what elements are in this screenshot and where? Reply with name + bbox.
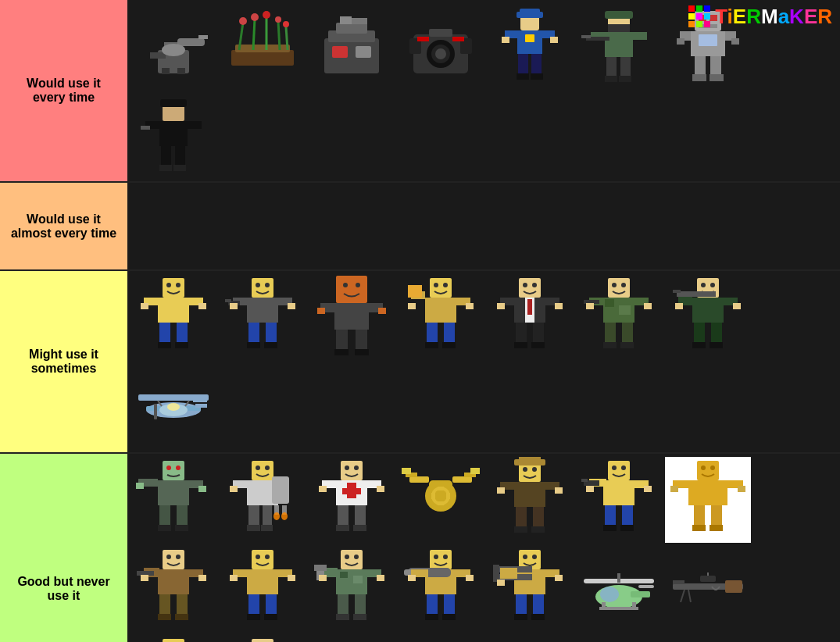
svg-rect-351 <box>514 569 545 594</box>
list-item <box>220 3 306 89</box>
svg-rect-123 <box>334 303 369 330</box>
svg-rect-66 <box>606 57 617 79</box>
item-roblox-char1 <box>134 274 213 360</box>
svg-rect-270 <box>603 480 634 505</box>
svg-rect-329 <box>377 575 384 581</box>
svg-rect-83 <box>710 74 724 81</box>
svg-rect-312 <box>230 575 238 581</box>
svg-rect-47 <box>520 9 540 14</box>
list-item <box>398 457 484 543</box>
tier-label-a: Would use it almost every time <box>0 183 127 269</box>
item-camera <box>402 7 480 85</box>
svg-rect-374 <box>725 580 742 593</box>
item-brown-gunner <box>134 546 213 632</box>
svg-point-335 <box>434 555 438 559</box>
svg-rect-88 <box>188 121 202 129</box>
svg-point-283 <box>710 465 715 470</box>
svg-point-227 <box>354 465 359 470</box>
svg-rect-92 <box>159 165 172 171</box>
list-item <box>309 546 395 632</box>
svg-rect-210 <box>252 461 273 480</box>
svg-rect-35 <box>356 46 371 58</box>
svg-rect-371 <box>617 573 620 583</box>
svg-rect-5 <box>704 13 710 20</box>
svg-rect-204 <box>136 483 144 489</box>
svg-rect-158 <box>531 342 545 348</box>
svg-rect-52 <box>502 37 509 43</box>
svg-rect-181 <box>673 290 681 293</box>
svg-rect-97 <box>158 298 189 323</box>
svg-rect-69 <box>619 76 631 82</box>
svg-rect-169 <box>644 303 652 309</box>
svg-rect-293 <box>163 550 184 569</box>
svg-rect-367 <box>631 591 650 597</box>
svg-rect-214 <box>272 476 289 504</box>
item-suit-char <box>491 274 569 360</box>
item-heavy-gun <box>491 546 569 632</box>
svg-point-176 <box>710 283 715 287</box>
svg-rect-261 <box>497 487 505 494</box>
svg-point-212 <box>265 465 270 470</box>
item-yellow-gun1 <box>580 457 658 543</box>
svg-rect-139 <box>408 303 416 309</box>
svg-rect-15 <box>162 68 170 74</box>
svg-rect-89 <box>141 126 150 130</box>
svg-rect-209 <box>175 525 188 531</box>
item-turret <box>134 7 213 85</box>
svg-rect-164 <box>619 305 631 315</box>
svg-rect-135 <box>425 298 456 323</box>
svg-rect-43 <box>417 37 429 41</box>
svg-rect-276 <box>644 486 652 492</box>
tier-label-s: Would use it every time <box>0 0 127 181</box>
svg-point-121 <box>343 283 348 287</box>
item-cowboy <box>491 457 569 543</box>
svg-rect-265 <box>514 526 527 533</box>
svg-rect-257 <box>519 457 541 462</box>
svg-rect-309 <box>247 569 278 594</box>
list-item <box>398 546 484 632</box>
item-militia <box>313 546 391 632</box>
svg-line-20 <box>253 19 255 50</box>
svg-rect-306 <box>252 550 273 569</box>
svg-rect-159 <box>608 278 630 298</box>
svg-rect-1 <box>696 5 702 12</box>
svg-rect-244 <box>402 468 411 474</box>
svg-point-294 <box>166 555 171 559</box>
svg-rect-365 <box>638 585 654 588</box>
svg-rect-130 <box>334 349 349 355</box>
svg-rect-274 <box>581 479 588 482</box>
svg-line-377 <box>681 590 685 602</box>
svg-rect-12 <box>177 38 205 46</box>
item-biplane <box>134 363 213 449</box>
list-item <box>576 3 662 89</box>
svg-rect-91 <box>175 146 185 168</box>
svg-rect-288 <box>738 486 745 492</box>
svg-rect-300 <box>141 575 148 581</box>
svg-rect-16 <box>177 68 185 74</box>
svg-rect-241 <box>452 476 472 483</box>
svg-rect-357 <box>497 580 505 586</box>
svg-rect-49 <box>525 34 534 42</box>
svg-rect-198 <box>163 461 184 480</box>
svg-rect-292 <box>710 525 723 531</box>
svg-rect-375 <box>700 576 716 582</box>
svg-rect-237 <box>336 525 349 531</box>
tier-row-c: Good but never use it <box>0 454 840 642</box>
item-gold-pose <box>669 457 747 543</box>
svg-rect-323 <box>353 576 363 583</box>
svg-rect-394 <box>252 639 273 642</box>
tier-row-b: Might use it sometimes <box>0 271 840 454</box>
tier-content-b <box>127 271 840 452</box>
svg-rect-316 <box>247 614 260 620</box>
svg-rect-238 <box>353 525 366 531</box>
svg-point-217 <box>273 512 280 520</box>
svg-rect-44 <box>452 37 464 41</box>
svg-point-268 <box>612 465 617 470</box>
svg-rect-60 <box>605 11 633 19</box>
svg-point-41 <box>435 48 446 59</box>
svg-rect-334 <box>430 550 452 569</box>
svg-rect-362 <box>531 614 545 620</box>
item-tripod-camera <box>134 635 213 642</box>
svg-rect-280 <box>620 525 634 531</box>
svg-point-336 <box>443 555 448 559</box>
